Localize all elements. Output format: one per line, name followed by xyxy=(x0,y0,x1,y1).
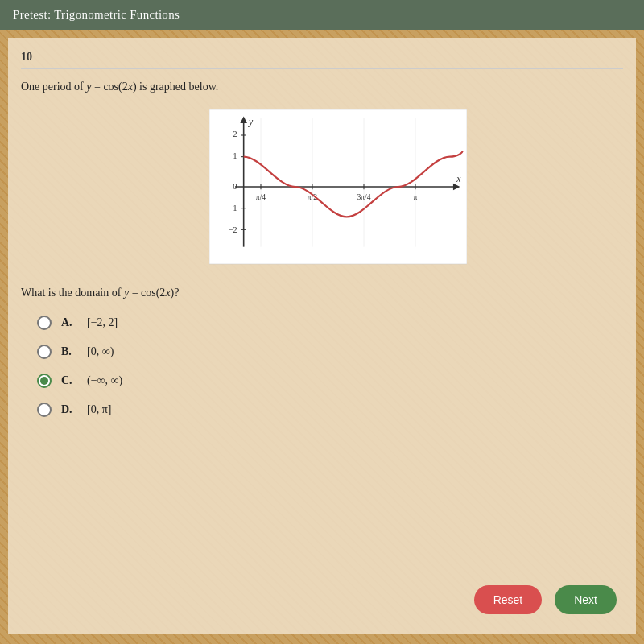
option-B[interactable]: B. [0, ∞) xyxy=(37,345,623,359)
buttons-area: Reset Next xyxy=(474,585,617,614)
option-D[interactable]: D. [0, π] xyxy=(37,402,623,417)
svg-text:1: 1 xyxy=(233,151,237,160)
question-intro: One period of y = cos(2x) is graphed bel… xyxy=(21,80,623,93)
question-number: 10 xyxy=(21,51,623,69)
domain-question: What is the domain of y = cos(2x)? xyxy=(21,287,623,299)
option-text-C: (−∞, ∞) xyxy=(87,374,122,387)
option-label-D: D. xyxy=(61,403,77,416)
next-button[interactable]: Next xyxy=(555,585,617,614)
svg-text:x: x xyxy=(456,174,461,184)
option-label-A: A. xyxy=(61,316,77,329)
reset-button[interactable]: Reset xyxy=(474,585,543,614)
svg-text:2: 2 xyxy=(233,130,237,138)
svg-text:−1: −1 xyxy=(228,204,237,213)
option-text-A: [−2, 2] xyxy=(87,316,118,329)
header-title: Pretest: Trigonometric Functions xyxy=(13,8,180,21)
radio-C[interactable] xyxy=(37,374,52,388)
svg-text:3π/4: 3π/4 xyxy=(357,192,370,201)
option-label-C: C. xyxy=(61,374,77,387)
options-container: A. [−2, 2] B. [0, ∞) C. (−∞, ∞) D. [0, π… xyxy=(37,316,623,417)
graph-container: 2 1 0 −1 −2 y x π/4 π/2 3π/4 π xyxy=(53,106,623,267)
graph-svg: 2 1 0 −1 −2 y x π/4 π/2 3π/4 π xyxy=(209,106,467,267)
svg-text:0: 0 xyxy=(233,182,237,191)
page-header: Pretest: Trigonometric Functions xyxy=(0,0,644,30)
option-text-B: [0, ∞) xyxy=(87,345,114,358)
option-A[interactable]: A. [−2, 2] xyxy=(37,316,623,330)
radio-D[interactable] xyxy=(37,402,52,417)
option-C[interactable]: C. (−∞, ∞) xyxy=(37,374,623,388)
option-label-B: B. xyxy=(61,345,77,358)
svg-text:y: y xyxy=(248,117,254,127)
radio-A[interactable] xyxy=(37,316,52,330)
svg-text:−2: −2 xyxy=(228,225,237,234)
radio-B[interactable] xyxy=(37,345,52,359)
svg-text:π/4: π/4 xyxy=(256,192,266,201)
graph-area: 2 1 0 −1 −2 y x π/4 π/2 3π/4 π xyxy=(209,106,467,267)
main-content: 10 One period of y = cos(2x) is graphed … xyxy=(8,38,636,634)
option-text-D: [0, π] xyxy=(87,403,111,416)
svg-text:π: π xyxy=(414,192,418,201)
